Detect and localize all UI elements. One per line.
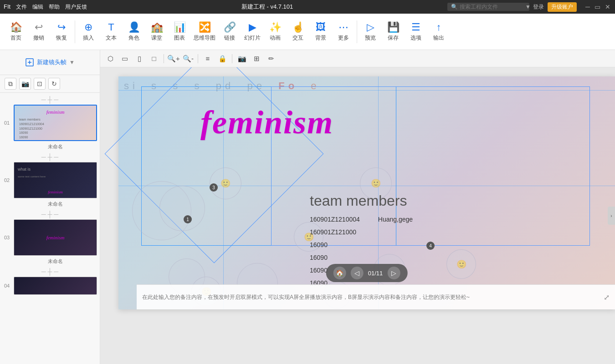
search-input[interactable] bbox=[460, 4, 523, 10]
toolbar-action-group: ▷ 预览 💾 保存 ☰ 选项 ↑ 输出 bbox=[359, 16, 450, 48]
select-button[interactable]: ☰ 选项 bbox=[405, 16, 427, 48]
minimize-button[interactable]: ─ bbox=[584, 3, 591, 10]
canvas-area: ⬡ ▭ ▯ □ 🔍+ 🔍- ≡ 🔒 📷 ⊞ ✏ si s s s pd pe F… bbox=[100, 50, 615, 364]
zoom-out-btn[interactable]: 🔍- bbox=[182, 52, 195, 65]
shape-round-btn[interactable]: ▯ bbox=[133, 52, 146, 65]
zoom-in-btn[interactable]: 🔍+ bbox=[167, 52, 180, 65]
slide-separator-4: ─ ┼ ─ bbox=[0, 267, 100, 277]
home-button[interactable]: 🏠 首页 bbox=[5, 16, 27, 48]
toolbar-divider-2 bbox=[357, 20, 357, 43]
titlebar: FIt 文件 编辑 帮助 用户反馈 新建工程 - v4.7.101 🔍 ▼ 登录… bbox=[0, 0, 615, 14]
menu-help[interactable]: 帮助 bbox=[49, 3, 60, 11]
more-icon: ⋯ bbox=[338, 21, 348, 33]
diamond-guide bbox=[105, 67, 324, 263]
notes-area: ⤢ bbox=[137, 284, 615, 309]
insert-button[interactable]: ⊕ 插入 bbox=[77, 16, 100, 48]
canvas-divider-2 bbox=[198, 54, 198, 63]
redo-button[interactable]: ↪ 恢复 bbox=[50, 16, 73, 48]
slide-thumbnail-4[interactable] bbox=[14, 277, 97, 295]
member-id-4: 16090 bbox=[310, 251, 328, 264]
close-button[interactable]: ✕ bbox=[604, 3, 611, 10]
notes-expand-button[interactable]: ⤢ bbox=[604, 293, 610, 302]
export-button[interactable]: ↑ 输出 bbox=[427, 16, 450, 48]
grid-btn[interactable]: ⊞ bbox=[250, 52, 263, 65]
play-next-button[interactable]: ▷ bbox=[387, 267, 400, 279]
add-frame-button[interactable]: 新建镜头帧 ▼ bbox=[0, 50, 100, 75]
canvas-slide[interactable]: si s s s pd pe Fo e 4 bbox=[118, 76, 615, 309]
link-button[interactable]: 🔗 链接 bbox=[218, 16, 241, 48]
shape-square-btn[interactable]: □ bbox=[148, 52, 160, 65]
right-panel-collapse-button[interactable]: › bbox=[608, 207, 615, 225]
rotate-button[interactable]: ↻ bbox=[48, 78, 60, 90]
slide-button[interactable]: ▶ 幻灯片 bbox=[241, 16, 264, 48]
slide-3-title: feminism bbox=[46, 235, 65, 240]
face-bubble-3: 🙂 bbox=[446, 249, 476, 279]
member-row-2: 160901Z121000 bbox=[310, 226, 413, 238]
text-button[interactable]: T 文本 bbox=[100, 16, 123, 48]
more-button[interactable]: ⋯ 更多 bbox=[332, 16, 355, 48]
selection-button[interactable]: ⊡ bbox=[34, 78, 46, 90]
upgrade-button[interactable]: 升级账户 bbox=[548, 2, 577, 12]
screenshot-tool-btn[interactable]: 📷 bbox=[236, 52, 248, 65]
toolbar-insert-group: ⊕ 插入 T 文本 👤 角色 🏫 课堂 📊 图表 🔀 思维导图 🔗 链接 ▶ bbox=[77, 16, 355, 48]
slide-thumbnail-2[interactable]: what is some text content here feminism bbox=[14, 162, 97, 198]
play-home-button[interactable]: 🏠 bbox=[333, 267, 346, 279]
menu-feedback[interactable]: 用户反馈 bbox=[65, 3, 87, 11]
titlebar-right: 🔍 ▼ 登录 升级账户 ─ ▭ ✕ bbox=[447, 2, 611, 12]
preview-button[interactable]: ▷ 预览 bbox=[359, 16, 382, 48]
preview-icon: ▷ bbox=[367, 21, 374, 33]
export-icon: ↑ bbox=[436, 21, 441, 33]
feminism-title[interactable]: feminism bbox=[200, 104, 333, 142]
mindmap-button[interactable]: 🔀 思维导图 bbox=[191, 16, 218, 48]
save-icon: 💾 bbox=[387, 21, 400, 33]
search-dropdown-icon[interactable]: ▼ bbox=[525, 4, 531, 10]
slide-thumbnail-3[interactable]: feminism bbox=[14, 219, 97, 256]
main-area: 新建镜头帧 ▼ ⧉ 📷 ⊡ ↻ ─ ┼ ─ 01 bbox=[0, 50, 615, 364]
save-button[interactable]: 💾 保存 bbox=[382, 16, 405, 48]
login-button[interactable]: 登录 bbox=[533, 3, 544, 11]
undo-button[interactable]: ↩ 撤销 bbox=[27, 16, 50, 48]
canvas-divider-1 bbox=[164, 54, 164, 63]
animation-icon: ✨ bbox=[269, 21, 282, 33]
interaction-button[interactable]: ☝ 交互 bbox=[287, 16, 309, 48]
add-frame-dropdown-icon[interactable]: ▼ bbox=[69, 59, 75, 66]
slide-1-content: team members160901Z1210004160901Z1210001… bbox=[19, 117, 44, 140]
menu-edit[interactable]: 编辑 bbox=[32, 3, 43, 11]
separator-icon: ─ ┼ ─ bbox=[41, 96, 59, 103]
background-button[interactable]: 🖼 背景 bbox=[309, 16, 332, 48]
play-prev-button[interactable]: ◁ bbox=[351, 267, 364, 279]
slide-separator-1: ─ ┼ ─ bbox=[0, 95, 100, 105]
role-button[interactable]: 👤 角色 bbox=[123, 16, 145, 48]
redo-icon: ↪ bbox=[57, 21, 66, 33]
slide-icon: ▶ bbox=[249, 21, 256, 33]
copy-icon: ⧉ bbox=[8, 80, 13, 88]
classroom-button[interactable]: 🏫 课堂 bbox=[145, 16, 168, 48]
notes-input[interactable] bbox=[142, 294, 604, 300]
align-btn[interactable]: ≡ bbox=[201, 52, 214, 65]
slide-label-3: 未命名 bbox=[0, 258, 100, 267]
background-icon: 🖼 bbox=[316, 21, 326, 33]
screenshot-button[interactable]: 📷 bbox=[19, 78, 31, 90]
slide-label-2: 未命名 bbox=[0, 200, 100, 209]
maximize-button[interactable]: ▭ bbox=[594, 3, 601, 10]
slide-thumbnail-1[interactable]: feminism team members160901Z121000416090… bbox=[14, 105, 97, 141]
undo-icon: ↩ bbox=[35, 21, 43, 33]
chart-button[interactable]: 📊 图表 bbox=[168, 16, 191, 48]
shape-rect-btn[interactable]: ▭ bbox=[118, 52, 131, 65]
search-box[interactable]: 🔍 ▼ bbox=[447, 3, 529, 11]
team-members-heading[interactable]: team members bbox=[310, 192, 407, 209]
toolbar: 🏠 首页 ↩ 撤销 ↪ 恢复 ⊕ 插入 T 文本 👤 角色 🏫 课堂 bbox=[0, 14, 615, 50]
window-title: 新建工程 - v4.7.101 bbox=[241, 3, 293, 11]
app-icon: FIt bbox=[4, 3, 10, 11]
insert-icon: ⊕ bbox=[84, 21, 92, 33]
selection-badge-3: 3 bbox=[210, 183, 218, 192]
shape-home-btn[interactable]: ⬡ bbox=[104, 52, 117, 65]
rotate-icon: ↻ bbox=[51, 80, 57, 87]
slide-separator-3: ─ ┼ ─ bbox=[0, 209, 100, 219]
camera-icon: 📷 bbox=[21, 80, 29, 87]
lock-btn[interactable]: 🔒 bbox=[216, 52, 229, 65]
edit-btn[interactable]: ✏ bbox=[265, 52, 277, 65]
menu-file[interactable]: 文件 bbox=[16, 3, 27, 11]
copy-frame-button[interactable]: ⧉ bbox=[5, 78, 16, 90]
animation-button[interactable]: ✨ 动画 bbox=[264, 16, 287, 48]
